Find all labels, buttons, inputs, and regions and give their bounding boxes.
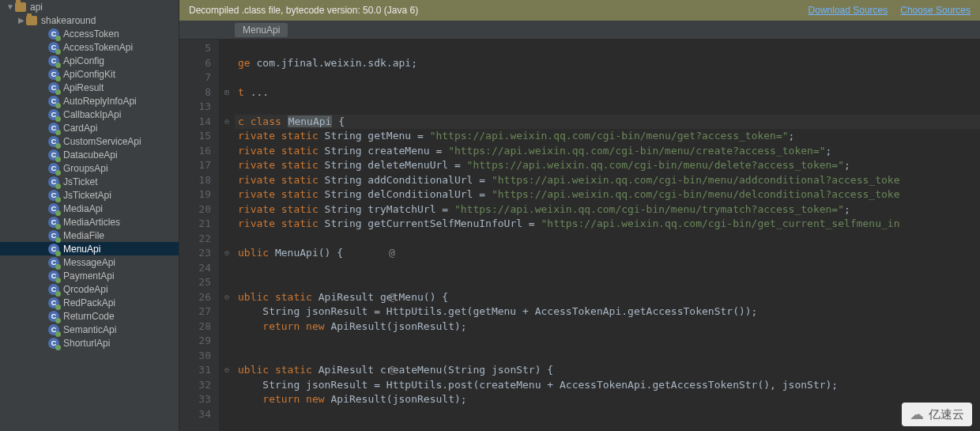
code-content[interactable]: ge com.jfinal.weixin.sdk.api;t ...c clas… — [235, 40, 980, 431]
watermark-text: 亿速云 — [929, 407, 964, 422]
class-icon: C — [47, 108, 60, 121]
code-line[interactable] — [235, 232, 980, 247]
code-line[interactable]: rivate static String tryMatchUrl = "http… — [235, 202, 980, 217]
project-tree[interactable]: ▼ api ▶ shakearound CAccessTokenCAccessT… — [0, 0, 179, 431]
class-icon: C — [47, 176, 60, 188]
tree-class-ShorturlApi[interactable]: CShorturlApi — [0, 336, 179, 350]
code-line[interactable] — [235, 407, 980, 422]
fold-mark[interactable] — [219, 349, 235, 364]
expand-arrow-right-icon[interactable]: ▶ — [17, 16, 25, 25]
tree-item-label: CallbackIpApi — [63, 109, 179, 120]
fold-mark[interactable] — [219, 173, 235, 188]
code-line[interactable] — [235, 70, 980, 85]
tree-pkg-shakearound[interactable]: ▶ shakearound — [0, 13, 179, 27]
code-line[interactable]: return new ApiResult(jsonResult); — [235, 319, 980, 335]
code-line[interactable] — [235, 41, 980, 56]
fold-mark[interactable]: ⊞ — [219, 85, 235, 100]
code-line[interactable] — [235, 275, 980, 290]
code-line[interactable]: rivate static String addConditionalUrl =… — [235, 173, 980, 188]
code-line[interactable]: String jsonResult = HttpUtils.post(creat… — [235, 378, 980, 393]
breadcrumb[interactable]: MenuApi — [179, 21, 980, 40]
fold-mark[interactable] — [219, 304, 235, 319]
tree-class-DatacubeApi[interactable]: CDatacubeApi — [0, 148, 179, 161]
tree-item-label: ReturnCode — [63, 311, 179, 322]
tree-class-AccessTokenApi[interactable]: CAccessTokenApi — [0, 40, 179, 54]
fold-mark[interactable] — [219, 319, 235, 335]
fold-mark[interactable] — [219, 100, 235, 115]
choose-sources-link[interactable]: Choose Sources — [900, 5, 971, 16]
code-line[interactable]: rivate static String getMenu = "https://… — [235, 129, 980, 144]
tree-class-RedPackApi[interactable]: CRedPackApi — [0, 296, 179, 309]
fold-mark[interactable]: ⊖ — [219, 290, 235, 305]
tree-class-CallbackIpApi[interactable]: CCallbackIpApi — [0, 108, 179, 121]
tree-root-api[interactable]: ▼ api — [0, 0, 179, 13]
fold-mark[interactable]: ⊖ — [219, 363, 235, 378]
fold-mark[interactable] — [219, 158, 235, 173]
code-line[interactable]: String jsonResult = HttpUtils.get(getMen… — [235, 304, 980, 319]
fold-mark[interactable] — [219, 407, 235, 422]
tree-class-ReturnCode[interactable]: CReturnCode — [0, 309, 179, 323]
tree-class-AutoReplyInfoApi[interactable]: CAutoReplyInfoApi — [0, 94, 179, 108]
tree-item-label: SemanticApi — [63, 324, 179, 335]
fold-mark[interactable] — [219, 144, 235, 159]
code-line[interactable]: @ublic static ApiResult getMenu() { — [235, 290, 980, 305]
tree-class-GroupsApi[interactable]: CGroupsApi — [0, 161, 179, 175]
download-sources-link[interactable]: Download Sources — [808, 5, 888, 16]
tree-class-PaymentApi[interactable]: CPaymentApi — [0, 269, 179, 282]
fold-column[interactable]: ⊞⊖⊖⊖⊖ — [219, 40, 235, 431]
tree-class-JsTicket[interactable]: CJsTicket — [0, 175, 179, 188]
fold-mark[interactable]: ⊖ — [219, 115, 235, 130]
fold-mark[interactable] — [219, 129, 235, 144]
fold-mark[interactable]: ⊖ — [219, 246, 235, 261]
fold-mark[interactable] — [219, 202, 235, 217]
code-line[interactable] — [235, 100, 980, 115]
fold-mark[interactable] — [219, 56, 235, 71]
tree-class-MenuApi[interactable]: CMenuApi — [0, 242, 179, 255]
code-line[interactable]: @ublic MenuApi() { — [235, 246, 980, 261]
tree-class-MediaArticles[interactable]: CMediaArticles — [0, 215, 179, 229]
code-editor[interactable]: 5678131415161718192021222324252627282930… — [179, 40, 980, 431]
code-line[interactable]: rivate static String getCurrentSelfMenuI… — [235, 217, 980, 232]
tree-class-CustomServiceApi[interactable]: CCustomServiceApi — [0, 134, 179, 148]
code-line[interactable] — [235, 349, 980, 364]
line-number: 33 — [179, 392, 219, 407]
fold-mark[interactable] — [219, 334, 235, 349]
code-line[interactable]: t ... — [235, 85, 980, 100]
tree-class-JsTicketApi[interactable]: CJsTicketApi — [0, 188, 179, 202]
code-line[interactable]: rivate static String createMenu = "https… — [235, 144, 980, 159]
tree-class-MediaApi[interactable]: CMediaApi — [0, 202, 179, 215]
fold-mark[interactable] — [219, 232, 235, 247]
fold-mark[interactable] — [219, 392, 235, 407]
code-line[interactable] — [235, 334, 980, 349]
code-line[interactable]: c class MenuApi { — [235, 115, 980, 130]
fold-mark[interactable] — [219, 70, 235, 85]
fold-mark[interactable] — [219, 217, 235, 232]
tree-class-MessageApi[interactable]: CMessageApi — [0, 255, 179, 269]
expand-arrow-down-icon[interactable]: ▼ — [6, 2, 14, 11]
code-line[interactable]: @ublic static ApiResult createMenu(Strin… — [235, 363, 980, 378]
code-line[interactable]: ge com.jfinal.weixin.sdk.api; — [235, 56, 980, 71]
class-icon: C — [47, 256, 60, 269]
fold-mark[interactable] — [219, 261, 235, 276]
tree-class-SemanticApi[interactable]: CSemanticApi — [0, 323, 179, 336]
breadcrumb-item[interactable]: MenuApi — [235, 23, 288, 37]
fold-mark[interactable] — [219, 378, 235, 393]
tree-class-MediaFile[interactable]: CMediaFile — [0, 229, 179, 242]
tree-class-QrcodeApi[interactable]: CQrcodeApi — [0, 282, 179, 296]
fold-mark[interactable] — [219, 187, 235, 202]
code-line[interactable]: return new ApiResult(jsonResult); — [235, 392, 980, 407]
fold-mark[interactable] — [219, 275, 235, 290]
tree-item-label: AccessTokenApi — [63, 42, 179, 53]
package-icon — [25, 14, 38, 27]
tree-class-ApiResult[interactable]: CApiResult — [0, 81, 179, 94]
fold-mark[interactable] — [219, 41, 235, 56]
code-line[interactable]: rivate static String delConditionalUrl =… — [235, 187, 980, 202]
line-number: 25 — [179, 275, 219, 290]
tree-class-CardApi[interactable]: CCardApi — [0, 121, 179, 134]
code-line[interactable] — [235, 261, 980, 276]
tree-class-ApiConfig[interactable]: CApiConfig — [0, 54, 179, 67]
line-number: 22 — [179, 232, 219, 247]
tree-class-AccessToken[interactable]: CAccessToken — [0, 27, 179, 40]
code-line[interactable]: rivate static String deleteMenuUrl = "ht… — [235, 158, 980, 173]
tree-class-ApiConfigKit[interactable]: CApiConfigKit — [0, 67, 179, 81]
